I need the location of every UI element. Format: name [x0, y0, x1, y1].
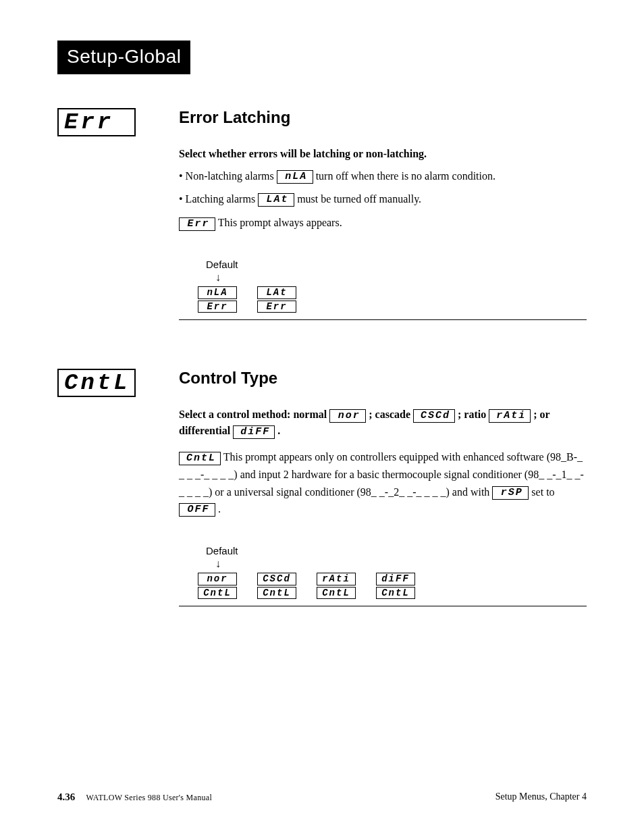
default-label: Default [206, 259, 587, 270]
opt-bot: CntL [376, 587, 415, 600]
text: turn off when there is no alarm conditio… [316, 170, 495, 182]
default-label: Default [206, 545, 587, 556]
down-arrow-icon: ↓ [215, 271, 587, 284]
text: must be turned off manually. [297, 193, 421, 205]
opt-bot: Err [257, 301, 296, 313]
nla-display: nLA [277, 170, 313, 184]
page-footer: 4.36 WATLOW Series 988 User's Manual Set… [57, 791, 587, 803]
divider [179, 319, 587, 320]
section-tab: Setup-Global [57, 41, 190, 74]
option-nor: nor CntL [198, 573, 237, 600]
opt-top: LAt [257, 286, 296, 299]
text: ; ratio [458, 409, 489, 420]
chapter-label: Setup Menus, Chapter 4 [495, 791, 587, 803]
err-lead: Select whether errors will be latching o… [179, 146, 587, 162]
option-nla: nLA Err [198, 286, 237, 313]
opt-bot: CntL [198, 587, 237, 600]
cntl-body: CntL This prompt appears only on control… [179, 448, 587, 517]
off-display: OFF [179, 503, 215, 517]
down-arrow-icon: ↓ [215, 558, 587, 570]
err-display-text: Err [64, 109, 113, 135]
opt-bot: Err [198, 301, 237, 313]
cntl-options: Default ↓ nor CntL CSCd CntL rAti CntL [179, 545, 587, 607]
manual-title: WATLOW Series 988 User's Manual [86, 793, 213, 802]
err-bullet-2: • Latching alarms LAt must be turned off… [179, 190, 587, 208]
option-rati: rAti CntL [317, 573, 356, 600]
text: • Latching alarms [179, 193, 258, 205]
text: Select a control method: normal [179, 409, 329, 420]
opt-top: nLA [198, 286, 237, 299]
text: This prompt always appears. [218, 217, 342, 228]
err-bullet-1: • Non-latching alarms nLA turn off when … [179, 167, 587, 185]
page-number: 4.36 [57, 791, 75, 802]
error-latching-title: Error Latching [179, 108, 587, 127]
opt-top: CSCd [257, 573, 296, 585]
option-diff: diFF CntL [376, 573, 415, 600]
text: . [277, 425, 280, 436]
rati-display: rAti [489, 409, 531, 423]
text: • Non-latching alarms [179, 170, 277, 182]
cntl-large-display: CntL [57, 369, 136, 397]
nor-display: nor [329, 409, 366, 423]
divider [179, 606, 587, 606]
opt-top: nor [198, 573, 237, 585]
cntl-lead: Select a control method: normal nor ; ca… [179, 407, 587, 439]
text: . [218, 503, 221, 515]
text: set to [531, 486, 554, 498]
err-inline-display: Err [179, 217, 215, 231]
option-cscd: CSCd CntL [257, 573, 296, 600]
err-appears: Err This prompt always appears. [179, 214, 587, 232]
cscd-display: CSCd [413, 409, 455, 423]
opt-top: diFF [376, 573, 415, 585]
opt-bot: CntL [257, 587, 296, 600]
text: ; cascade [369, 409, 413, 420]
opt-top: rAti [317, 573, 356, 585]
diff-display: diFF [233, 425, 275, 439]
rsp-display: rSP [492, 486, 529, 500]
cntl-inline-display: CntL [179, 452, 221, 465]
cntl-display-text: CntL [64, 370, 130, 396]
err-large-display: Err [57, 108, 136, 136]
control-type-title: Control Type [179, 369, 587, 388]
lat-display: LAt [258, 193, 294, 207]
err-options: Default ↓ nLA Err LAt Err [179, 259, 587, 321]
opt-bot: CntL [317, 587, 356, 600]
option-lat: LAt Err [257, 286, 296, 313]
